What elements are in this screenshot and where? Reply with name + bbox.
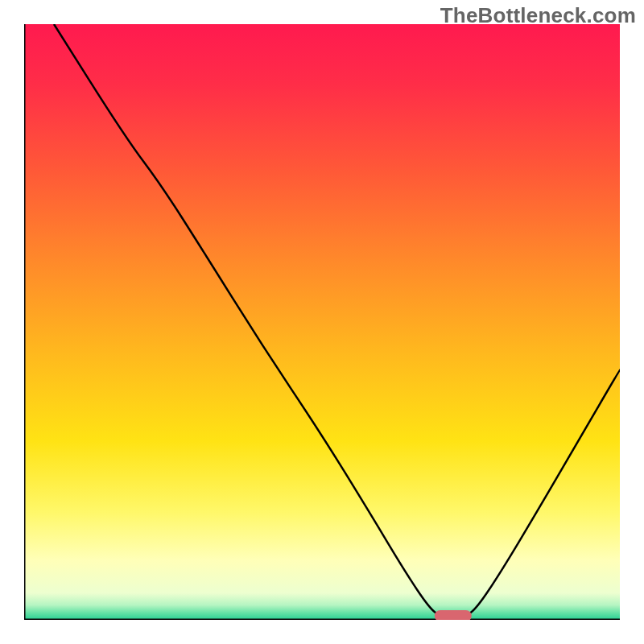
gradient-background — [24, 24, 620, 620]
chart-container: TheBottleneck.com — [0, 0, 644, 644]
plot-area — [24, 24, 620, 620]
optimal-marker — [435, 610, 472, 620]
plot-svg — [24, 24, 620, 620]
